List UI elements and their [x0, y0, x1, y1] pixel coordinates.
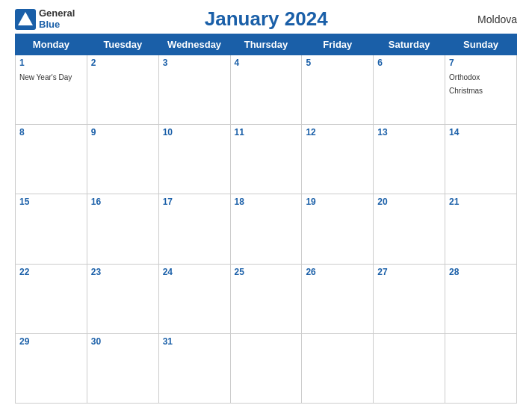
- day-number: 23: [91, 267, 155, 277]
- calendar-cell: [230, 333, 302, 403]
- holiday-label: New Year's Day: [19, 73, 72, 81]
- logo-blue: Blue: [39, 19, 75, 30]
- day-number: 10: [163, 127, 226, 137]
- logo-text: General Blue: [39, 8, 75, 30]
- day-number: 1: [19, 58, 83, 68]
- calendar-cell: 29: [16, 333, 87, 403]
- calendar-cell: [302, 333, 374, 403]
- day-number: 9: [91, 127, 155, 137]
- calendar-table: MondayTuesdayWednesdayThursdayFridaySatu…: [15, 34, 517, 404]
- calendar-cell: 30: [87, 333, 158, 403]
- calendar-cell: 5: [302, 55, 374, 125]
- week-row-1: 1New Year's Day234567Orthodox Christmas: [16, 55, 517, 125]
- calendar-cell: 7Orthodox Christmas: [445, 55, 517, 125]
- logo-general: General: [39, 8, 75, 19]
- country-label: Moldova: [457, 13, 517, 25]
- calendar-title: January 2024: [75, 7, 457, 31]
- calendar-cell: 22: [16, 264, 87, 333]
- week-row-4: 22232425262728: [16, 264, 517, 333]
- day-number: 18: [235, 197, 298, 207]
- day-number: 16: [91, 197, 155, 207]
- day-number: 26: [306, 267, 369, 277]
- weekday-header-friday: Friday: [302, 34, 374, 55]
- calendar-cell: 19: [302, 194, 374, 264]
- day-number: 14: [449, 127, 513, 137]
- calendar-cell: 6: [374, 55, 445, 125]
- calendar-cell: 25: [230, 264, 302, 333]
- calendar-cell: 17: [158, 194, 230, 264]
- calendar-cell: 8: [16, 125, 87, 194]
- calendar-cell: [445, 333, 517, 403]
- top-bar: General Blue January 2024 Moldova: [15, 7, 517, 31]
- day-number: 8: [19, 127, 83, 137]
- calendar-cell: 18: [230, 194, 302, 264]
- calendar-cell: 23: [87, 264, 158, 333]
- calendar-cell: 4: [230, 55, 302, 125]
- day-number: 2: [91, 58, 155, 68]
- calendar-cell: 13: [374, 125, 445, 194]
- day-number: 21: [449, 197, 513, 207]
- day-number: 24: [163, 267, 226, 277]
- holiday-label: Orthodox Christmas: [449, 73, 483, 95]
- calendar-cell: 2: [87, 55, 158, 125]
- calendar-cell: 10: [158, 125, 230, 194]
- week-row-5: 293031: [16, 333, 517, 403]
- day-number: 22: [19, 267, 83, 277]
- day-number: 27: [377, 267, 441, 277]
- weekday-header-monday: Monday: [16, 34, 87, 55]
- weekday-header-saturday: Saturday: [374, 34, 445, 55]
- calendar-cell: 14: [445, 125, 517, 194]
- calendar-cell: 16: [87, 194, 158, 264]
- calendar-cell: 26: [302, 264, 374, 333]
- calendar-cell: 31: [158, 333, 230, 403]
- weekday-header-tuesday: Tuesday: [87, 34, 158, 55]
- week-row-2: 891011121314: [16, 125, 517, 194]
- day-number: 12: [306, 127, 369, 137]
- calendar-cell: 11: [230, 125, 302, 194]
- calendar-cell: 28: [445, 264, 517, 333]
- day-number: 11: [235, 127, 298, 137]
- day-number: 7: [449, 58, 513, 68]
- calendar-cell: 1New Year's Day: [16, 55, 87, 125]
- calendar-cell: 24: [158, 264, 230, 333]
- day-number: 15: [19, 197, 83, 207]
- weekday-header-thursday: Thursday: [230, 34, 302, 55]
- day-number: 3: [163, 58, 226, 68]
- day-number: 20: [377, 197, 441, 207]
- weekday-header-wednesday: Wednesday: [158, 34, 230, 55]
- generalblue-logo-icon: [15, 9, 36, 30]
- weekday-header-sunday: Sunday: [445, 34, 517, 55]
- calendar-cell: 12: [302, 125, 374, 194]
- day-number: 17: [163, 197, 226, 207]
- weekday-header-row: MondayTuesdayWednesdayThursdayFridaySatu…: [16, 34, 517, 55]
- logo: General Blue: [15, 8, 75, 30]
- calendar-cell: 21: [445, 194, 517, 264]
- calendar-cell: 15: [16, 194, 87, 264]
- day-number: 29: [19, 336, 83, 347]
- day-number: 4: [235, 58, 298, 68]
- calendar-cell: 27: [374, 264, 445, 333]
- calendar-cell: 20: [374, 194, 445, 264]
- calendar-cell: [374, 333, 445, 403]
- day-number: 19: [306, 197, 369, 207]
- calendar-cell: 9: [87, 125, 158, 194]
- week-row-3: 15161718192021: [16, 194, 517, 264]
- day-number: 5: [306, 58, 369, 68]
- day-number: 25: [235, 267, 298, 277]
- day-number: 13: [377, 127, 441, 137]
- day-number: 6: [377, 58, 441, 68]
- calendar-cell: 3: [158, 55, 230, 125]
- day-number: 30: [91, 336, 155, 347]
- day-number: 31: [163, 336, 226, 347]
- day-number: 28: [449, 267, 513, 277]
